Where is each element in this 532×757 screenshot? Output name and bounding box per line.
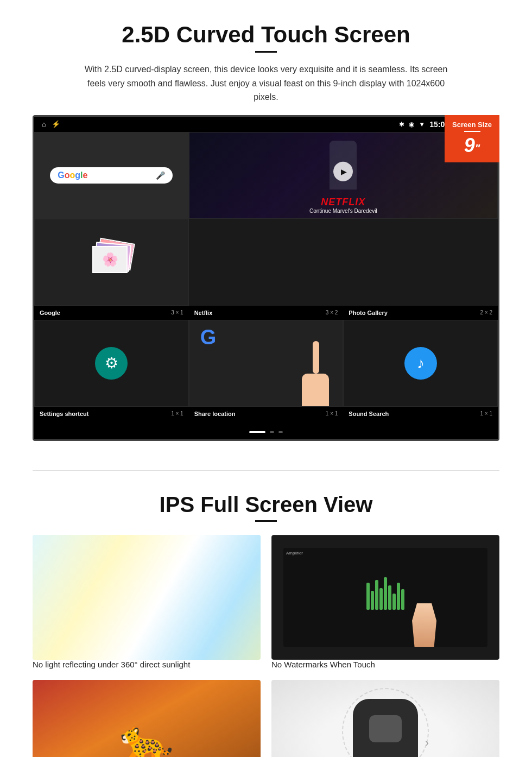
screen-mockup-wrap: Screen Size 9" ⌂ ⚡ ✱ ◉ ▼ 15:06 ⊡ ◁)	[33, 115, 499, 441]
car-image: ›	[271, 680, 499, 757]
app-labels-bottom: Settings shortcut 1 × 1 Share location 1…	[34, 407, 498, 421]
google-search-bar[interactable]: Google 🎤	[50, 167, 173, 184]
section2-underline	[255, 520, 277, 522]
eq-bar	[379, 588, 383, 610]
share-app-name: Share location	[194, 411, 236, 417]
mic-icon[interactable]: 🎤	[156, 171, 165, 180]
touch-hand-amplifier	[412, 603, 436, 647]
app-cell-photo-gallery[interactable]: 🌸	[34, 219, 189, 306]
feature-item-cheetah: 🐆 Super Fast Response	[33, 680, 261, 757]
location-icon: ◉	[409, 121, 414, 128]
app-grid-bottom: ⚙ G ♪	[34, 320, 498, 407]
app-label-google: Google 3 × 1	[34, 308, 189, 318]
netflix-logo: NETFLIX	[194, 197, 493, 208]
app-cell-settings[interactable]: ⚙	[34, 320, 189, 407]
netflix-info: NETFLIX Continue Marvel's Daredevil	[189, 192, 497, 218]
netflix-app-name: Netflix	[194, 310, 213, 316]
page-indicator	[34, 421, 498, 439]
watermarks-label: No Watermarks When Touch	[271, 660, 499, 669]
feature-item-car: › Large Viewing Angle	[271, 680, 499, 757]
photo-stack: 🌸	[90, 241, 133, 284]
sound-icon-wrap: ♪	[404, 347, 437, 380]
eq-bar	[375, 580, 378, 610]
viewing-angle-circle	[342, 688, 429, 757]
eq-bar	[401, 589, 404, 610]
google-app-size: 3 × 1	[171, 310, 183, 316]
eq-bar	[366, 583, 370, 610]
page-dot-3	[278, 431, 283, 433]
page-dot-2	[270, 431, 274, 433]
netflix-app-size: 3 × 2	[326, 310, 338, 316]
app-cell-share-location[interactable]: G	[189, 320, 344, 407]
google-logo: Google	[58, 171, 87, 180]
section1-title: 2.5D Curved Touch Screen	[33, 22, 499, 48]
app-cell-google[interactable]: Google 🎤	[34, 132, 189, 219]
settings-gear-icon: ⚙	[105, 354, 118, 372]
amp-eq: Amplifier	[283, 548, 487, 647]
eq-bar	[392, 594, 396, 610]
photo-app-name: Photo Gallery	[349, 310, 388, 316]
android-screen: ⌂ ⚡ ✱ ◉ ▼ 15:06 ⊡ ◁) ⊠ ▭	[33, 115, 499, 441]
amplifier-image: Amplifier	[271, 535, 499, 660]
feature-item-sunlight: No light reflecting under 360° direct su…	[33, 535, 261, 669]
section-ips-screen: IPS Full Screen View No light reflecting…	[0, 487, 532, 757]
eq-bar	[371, 591, 374, 610]
home-icon[interactable]: ⌂	[42, 120, 46, 128]
photo-card-3: 🌸	[92, 246, 128, 273]
section-divider	[33, 470, 499, 471]
car-top-view-wrap: ›	[353, 699, 418, 757]
share-app-size: 1 × 1	[326, 411, 338, 417]
photo-app-size: 2 × 2	[480, 310, 492, 316]
google-maps-g-icon: G	[200, 326, 217, 349]
section-curved-screen: 2.5D Curved Touch Screen With 2.5D curve…	[0, 0, 532, 454]
section1-description: With 2.5D curved-display screen, this de…	[76, 62, 456, 104]
bluetooth-icon: ✱	[399, 121, 404, 128]
touch-hand-icon	[299, 341, 337, 407]
feature-item-watermarks: Amplifier No Watermarks When Touch	[271, 535, 499, 669]
badge-divider	[464, 131, 480, 132]
page-dot-active	[249, 431, 265, 433]
badge-size: 9"	[452, 134, 492, 157]
settings-icon-wrap: ⚙	[95, 347, 128, 380]
sound-app-size: 1 × 1	[480, 411, 492, 417]
sunlight-image	[33, 535, 261, 660]
app-label-sound: Sound Search 1 × 1	[343, 409, 498, 419]
eq-bar	[388, 585, 391, 610]
app-grid-top: Google 🎤 NETFLIX	[34, 132, 498, 306]
screen-size-badge: Screen Size 9"	[445, 115, 499, 162]
badge-label: Screen Size	[452, 121, 492, 129]
google-app-name: Google	[40, 310, 60, 316]
settings-app-size: 1 × 1	[171, 411, 183, 417]
wifi-icon: ▼	[419, 121, 425, 128]
sound-app-name: Sound Search	[349, 411, 389, 417]
usb-icon: ⚡	[52, 120, 60, 128]
amp-header: Amplifier	[283, 551, 487, 556]
app-label-photogallery: Photo Gallery 2 × 2	[343, 308, 498, 318]
eq-bar	[384, 577, 387, 610]
app-label-share: Share location 1 × 1	[189, 409, 344, 419]
music-note-icon: ♪	[417, 355, 425, 372]
section2-title: IPS Full Screen View	[33, 493, 499, 517]
cheetah-image: 🐆	[33, 680, 261, 757]
netflix-subtitle: Continue Marvel's Daredevil	[194, 208, 493, 214]
settings-app-name: Settings shortcut	[40, 411, 88, 417]
status-bar: ⌂ ⚡ ✱ ◉ ▼ 15:06 ⊡ ◁) ⊠ ▭	[34, 117, 498, 132]
feature-grid: No light reflecting under 360° direct su…	[33, 535, 499, 757]
app-label-netflix: Netflix 3 × 2	[189, 308, 344, 318]
app-cell-sound-search[interactable]: ♪	[343, 320, 498, 407]
app-label-settings: Settings shortcut 1 × 1	[34, 409, 189, 419]
play-button[interactable]	[333, 162, 353, 181]
flower-icon: 🌸	[102, 252, 118, 267]
app-labels-top: Google 3 × 1 Netflix 3 × 2 Photo Gallery…	[34, 306, 498, 320]
section1-underline	[255, 51, 277, 53]
eq-bars	[283, 553, 487, 613]
cheetah-emoji: 🐆	[119, 717, 174, 757]
status-left-icons: ⌂ ⚡	[42, 120, 60, 128]
eq-bar	[397, 583, 400, 610]
sunlight-label: No light reflecting under 360° direct su…	[33, 660, 261, 669]
